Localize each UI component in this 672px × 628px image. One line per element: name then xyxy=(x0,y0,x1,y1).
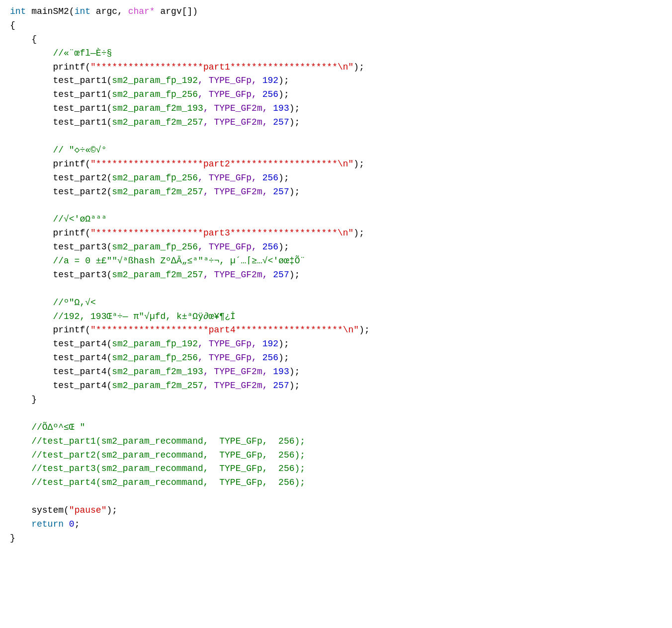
code-token: sm2_param_f2m_193 xyxy=(112,103,203,113)
code-line: printf("********************part3*******… xyxy=(10,227,662,240)
code-token: "pause" xyxy=(69,505,107,515)
code-token: printf xyxy=(53,62,85,72)
code-token: 256 xyxy=(262,353,278,363)
code-line: system("pause"); xyxy=(10,504,662,518)
code-token: sm2_param_f2m_257 xyxy=(112,117,203,127)
code-token: , TYPE_GF2m, xyxy=(203,103,273,113)
code-token: ); xyxy=(278,242,289,252)
code-token: //«¨œfl—È÷§ xyxy=(10,48,112,58)
code-line: //test_part1(sm2_param_recommand, TYPE_G… xyxy=(10,435,662,449)
code-line xyxy=(10,490,662,504)
code-token: ; xyxy=(75,519,80,529)
code-token: sm2_param_fp_256 xyxy=(112,89,198,99)
code-token: , TYPE_GF2m, xyxy=(203,270,273,280)
code-token: 256 xyxy=(262,173,278,183)
code-token: //a = 0 ±£″"√ᵃßhash Zº∆Ā„≤ᵃ"ᵃ÷¬, µ´…⌈≥…√… xyxy=(10,256,305,266)
code-token: , TYPE_GFp, xyxy=(198,173,262,183)
code-token: //º"Ω,√< xyxy=(10,298,96,308)
code-token: 256 xyxy=(262,242,278,252)
code-line: test_part4(sm2_param_fp_256, TYPE_GFp, 2… xyxy=(10,351,662,365)
code-token: printf xyxy=(53,228,85,238)
code-token: ); xyxy=(289,117,300,127)
code-token: //test_part1(sm2_param_recommand, TYPE_G… xyxy=(10,436,305,446)
code-line: test_part1(sm2_param_fp_192, TYPE_GFp, 1… xyxy=(10,74,662,88)
code-line: } xyxy=(10,532,662,546)
code-token: test_part2( xyxy=(10,173,112,183)
code-line: test_part1(sm2_param_fp_256, TYPE_GFp, 2… xyxy=(10,88,662,102)
code-token: //test_part2(sm2_param_recommand, TYPE_G… xyxy=(10,450,305,460)
code-token: , TYPE_GFp, xyxy=(198,339,262,349)
code-line: test_part3(sm2_param_f2m_257, TYPE_GF2m,… xyxy=(10,268,662,282)
code-token: mainSM2( xyxy=(26,6,74,16)
code-token: sm2_param_f2m_257 xyxy=(112,270,203,280)
code-token: 257 xyxy=(273,381,289,391)
code-token: ( xyxy=(85,62,90,72)
code-token: , TYPE_GF2m, xyxy=(203,367,273,377)
code-token: test_part3( xyxy=(10,270,112,280)
code-token xyxy=(64,519,69,529)
code-token: test_part3( xyxy=(10,242,112,252)
code-token: , TYPE_GFp, xyxy=(198,76,262,85)
code-line: test_part4(sm2_param_f2m_257, TYPE_GF2m,… xyxy=(10,379,662,393)
code-line: //a = 0 ±£″"√ᵃßhash Zº∆Ā„≤ᵃ"ᵃ÷¬, µ´…⌈≥…√… xyxy=(10,254,662,268)
code-line: } xyxy=(10,393,662,407)
code-token: test_part4( xyxy=(10,381,112,391)
code-line: //ÕΔº^≤Œ ″ xyxy=(10,421,662,435)
code-line: test_part4(sm2_param_f2m_193, TYPE_GF2m,… xyxy=(10,365,662,379)
code-token: test_part4( xyxy=(10,353,112,363)
code-token: test_part4( xyxy=(10,367,112,377)
code-token: char* xyxy=(128,6,155,16)
code-token: // ″◇÷«©√° xyxy=(10,145,106,155)
code-token: test_part1( xyxy=(10,89,112,99)
code-token: 0 xyxy=(69,519,75,529)
code-line: //test_part3(sm2_param_recommand, TYPE_G… xyxy=(10,462,662,476)
code-line: test_part1(sm2_param_f2m_193, TYPE_GF2m,… xyxy=(10,102,662,116)
code-token: ); xyxy=(289,367,300,377)
code-token: { xyxy=(10,20,15,30)
code-token: sm2_param_fp_192 xyxy=(112,339,198,349)
code-token: 193 xyxy=(273,367,289,377)
code-token: sm2_param_f2m_257 xyxy=(112,381,203,391)
code-line: printf("********************part2*******… xyxy=(10,157,662,171)
code-token xyxy=(10,325,53,335)
code-token: argc, xyxy=(90,6,128,16)
code-token: test_part1( xyxy=(10,76,112,85)
code-line: // ″◇÷«©√° xyxy=(10,144,662,157)
code-token: 193 xyxy=(273,103,289,113)
code-line: test_part4(sm2_param_fp_192, TYPE_GFp, 1… xyxy=(10,337,662,351)
code-line: //«¨œfl—È÷§ xyxy=(10,47,662,61)
code-token: ); xyxy=(359,325,370,335)
code-line xyxy=(10,199,662,213)
code-line: //√<'øΩᵃᵃᵃ xyxy=(10,213,662,227)
code-token: { xyxy=(10,34,37,44)
code-token: ); xyxy=(289,381,300,391)
code-token: ); xyxy=(353,62,364,72)
code-token: , TYPE_GFp, xyxy=(198,353,262,363)
code-token: 257 xyxy=(273,117,289,127)
code-token: } xyxy=(10,394,37,404)
code-token: ); xyxy=(289,187,300,197)
code-line: //192, 193Œᵃ÷— π"√µfd, k±ᵃΩÿ∂œ¥¶¿İ xyxy=(10,310,662,324)
code-line: return 0; xyxy=(10,518,662,532)
code-line: test_part1(sm2_param_f2m_257, TYPE_GF2m,… xyxy=(10,116,662,130)
code-token: } xyxy=(10,533,15,543)
code-token: ); xyxy=(278,353,289,363)
code-token xyxy=(10,228,53,238)
code-line: //test_part4(sm2_param_recommand, TYPE_G… xyxy=(10,476,662,490)
code-token: ); xyxy=(106,505,117,515)
code-line: //test_part2(sm2_param_recommand, TYPE_G… xyxy=(10,449,662,463)
code-token: 256 xyxy=(262,89,278,99)
code-token: sm2_param_fp_192 xyxy=(112,76,198,85)
code-line: printf("*********************part4******… xyxy=(10,323,662,337)
code-token: int xyxy=(10,6,26,16)
code-token: printf xyxy=(53,325,85,335)
code-token: ( xyxy=(85,325,90,335)
code-token: ); xyxy=(278,339,289,349)
code-token: "********************part3**************… xyxy=(90,228,353,238)
code-line xyxy=(10,407,662,421)
code-token: //√<'øΩᵃᵃᵃ xyxy=(10,214,107,224)
code-token: test_part2( xyxy=(10,187,112,197)
code-token: ( xyxy=(85,159,90,169)
code-token: ); xyxy=(353,228,364,238)
code-token: sm2_param_fp_256 xyxy=(112,173,198,183)
